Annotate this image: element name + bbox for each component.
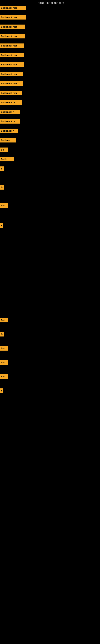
bar-row: Bottleneck resu bbox=[0, 91, 22, 95]
bar-row: B bbox=[0, 332, 3, 336]
bar-row: Bottleneck re bbox=[0, 100, 22, 105]
bar-row: Bottleneck resu bbox=[0, 6, 26, 10]
bottleneck-bar-label: Bot bbox=[0, 346, 8, 350]
bottleneck-bar-label: Bo bbox=[0, 148, 8, 152]
bar-row: B bbox=[0, 224, 3, 228]
bar-row: Bottle bbox=[0, 157, 14, 162]
bottleneck-bar-label: B bbox=[0, 388, 3, 393]
bottleneck-bar-label: B bbox=[0, 166, 3, 171]
bottleneck-bar-label: Bottleneck resu bbox=[0, 91, 22, 95]
bottleneck-bar-label: Bottleneck r bbox=[0, 128, 18, 133]
bottleneck-bar-label: Bot bbox=[0, 374, 8, 379]
bar-row: B bbox=[0, 388, 3, 393]
bottleneck-bar-label: Bottleneck resu bbox=[0, 44, 24, 48]
bottleneck-bar-label: Bot bbox=[0, 203, 8, 208]
bar-row: Bottleneck resu bbox=[0, 81, 23, 86]
bottleneck-bar-label: Bot bbox=[0, 318, 8, 322]
bar-row: B bbox=[0, 166, 3, 171]
bottleneck-bar-label: Bot bbox=[0, 360, 8, 365]
bottleneck-bar-label: Bottleneck resu bbox=[0, 62, 24, 67]
site-title: TheBottlenecker.com bbox=[0, 0, 100, 5]
bar-row: Bottleneck resu bbox=[0, 34, 25, 38]
bar-row: Bot bbox=[0, 374, 8, 379]
bar-row: Bot bbox=[0, 346, 8, 350]
bar-row: Bottleneck re bbox=[0, 119, 20, 124]
bottleneck-bar-label: Bottleneck resu bbox=[0, 6, 26, 10]
bottleneck-bar-label: Bottleneck resu bbox=[0, 24, 25, 29]
bar-row: Bottleneck resu bbox=[0, 15, 26, 20]
bar-row: Bot bbox=[0, 203, 8, 208]
bottleneck-bar-label: Bottleneck resu bbox=[0, 34, 25, 38]
bottleneck-bar-label: B bbox=[0, 185, 3, 190]
bar-row: B bbox=[0, 185, 3, 190]
bar-row: Bottleneck resu bbox=[0, 53, 24, 57]
bottleneck-bar-label: Bottleneck re bbox=[0, 119, 20, 124]
bar-row: Bottleneck r bbox=[0, 128, 18, 133]
bottleneck-bar-label: Bottleneck r bbox=[0, 110, 20, 114]
bar-row: Bot bbox=[0, 318, 8, 322]
bottleneck-bar-label: Bottle bbox=[0, 157, 14, 162]
bottleneck-bar-label: Bottleneck resu bbox=[0, 72, 23, 76]
bar-row: Bot bbox=[0, 360, 8, 365]
bar-row: Bottleneck resu bbox=[0, 72, 23, 76]
bar-row: Bottleneck r bbox=[0, 110, 20, 114]
bottleneck-bar-label: B bbox=[0, 224, 3, 228]
bottleneck-bar-label: Bottleneck resu bbox=[0, 81, 23, 86]
bar-row: Bottleneck resu bbox=[0, 44, 24, 48]
bar-row: Bottleneck resu bbox=[0, 24, 25, 29]
bar-row: Bottlene bbox=[0, 138, 16, 142]
bottleneck-bar-label: Bottleneck resu bbox=[0, 53, 24, 57]
bottleneck-bar-label: Bottlene bbox=[0, 138, 16, 142]
bottleneck-bar-label: B bbox=[0, 332, 3, 336]
bottleneck-bar-label: Bottleneck resu bbox=[0, 15, 26, 20]
bar-row: Bo bbox=[0, 148, 8, 152]
bottleneck-bar-label: Bottleneck re bbox=[0, 100, 22, 105]
bar-row: Bottleneck resu bbox=[0, 62, 24, 67]
